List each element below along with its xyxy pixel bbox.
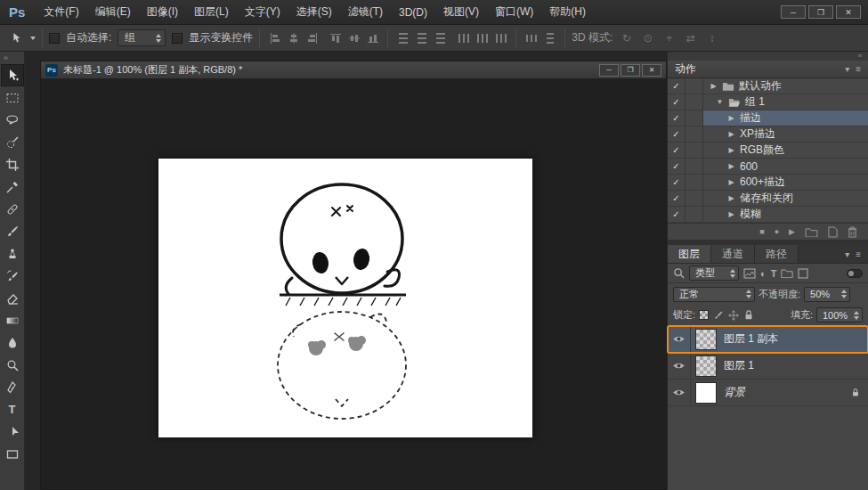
action-check-toggle[interactable]: ✓	[668, 78, 685, 94]
minimize-button[interactable]: ─	[781, 5, 806, 19]
distribute-right-button[interactable]	[492, 29, 509, 46]
menu-layer[interactable]: 图层(L)	[186, 0, 237, 24]
distribute-v-spacing-button[interactable]	[541, 29, 558, 46]
menu-3d[interactable]: 3D(D)	[391, 0, 435, 24]
background-layer-row[interactable]: 背景	[668, 380, 868, 406]
3d-scale-icon[interactable]: ↕	[704, 32, 719, 45]
layer-visibility-toggle[interactable]	[668, 380, 691, 405]
filter-pixel-layers-icon[interactable]	[743, 268, 756, 279]
move-tool[interactable]	[1, 64, 24, 86]
lock-pixels-brush-icon[interactable]	[713, 310, 724, 321]
spot-healing-brush-tool[interactable]	[1, 198, 24, 220]
toolbar-collapse-chevrons[interactable]: »	[0, 52, 8, 64]
new-set-folder-icon[interactable]	[805, 227, 818, 237]
align-middle-v-button[interactable]	[345, 29, 362, 46]
action-dialog-toggle[interactable]	[685, 110, 703, 126]
play-icon[interactable]: ▶	[789, 228, 795, 236]
menu-window[interactable]: 窗口(W)	[487, 0, 541, 24]
align-left-button[interactable]	[266, 29, 283, 46]
3d-roll-icon[interactable]: ⊙	[640, 32, 655, 45]
layer-thumbnail[interactable]	[695, 329, 717, 350]
clone-stamp-tool[interactable]	[1, 242, 24, 265]
action-dialog-toggle[interactable]	[685, 143, 703, 158]
action-set-row[interactable]: ✓ ▶ 默认动作	[668, 78, 868, 94]
brush-tool[interactable]	[1, 220, 24, 242]
action-check-toggle[interactable]: ✓	[668, 127, 685, 142]
action-row[interactable]: ✓ ▶ 模糊	[668, 207, 868, 223]
align-top-button[interactable]	[327, 29, 344, 46]
action-check-toggle[interactable]: ✓	[668, 207, 685, 222]
auto-select-dropdown[interactable]: 组	[118, 29, 166, 46]
distribute-bottom-button[interactable]	[432, 29, 449, 46]
fill-dropdown[interactable]: 100%	[816, 307, 863, 323]
opacity-dropdown[interactable]: 50%	[804, 287, 850, 302]
tab-paths[interactable]: 路径	[755, 245, 799, 263]
path-selection-tool[interactable]	[1, 421, 24, 443]
menu-file[interactable]: 文件(F)	[36, 0, 86, 24]
3d-slide-icon[interactable]: ⇄	[683, 32, 698, 45]
layers-panel-arrow-icon[interactable]: ▾	[845, 249, 849, 259]
layer-row[interactable]: 图层 1	[668, 353, 868, 380]
menu-view[interactable]: 视图(V)	[435, 0, 487, 24]
action-dialog-toggle[interactable]	[685, 207, 703, 222]
menu-edit[interactable]: 编辑(E)	[87, 0, 139, 24]
layer-thumbnail[interactable]	[695, 382, 717, 404]
collapse-triangle-icon[interactable]: ▶	[727, 146, 735, 154]
action-row[interactable]: ✓ ▶ 600+描边	[668, 175, 868, 191]
delete-trash-icon[interactable]	[848, 226, 857, 238]
action-row[interactable]: ✓ ▶ 600	[668, 159, 868, 175]
collapse-triangle-icon[interactable]: ▶	[727, 162, 735, 170]
align-bottom-button[interactable]	[364, 29, 381, 46]
action-row-selected[interactable]: ✓ ▶ 描边	[668, 110, 868, 127]
action-dialog-toggle[interactable]	[685, 94, 703, 110]
action-dialog-toggle[interactable]	[685, 78, 703, 94]
collapse-triangle-icon[interactable]: ▶	[727, 210, 735, 218]
pen-tool[interactable]	[1, 376, 24, 398]
canvas-artwork[interactable]	[158, 159, 532, 437]
layer-row-selected[interactable]: 图层 1 副本	[668, 326, 868, 353]
collapse-triangle-icon[interactable]: ▶	[727, 194, 735, 202]
lock-position-move-icon[interactable]	[728, 310, 739, 321]
auto-select-checkbox[interactable]	[49, 33, 60, 44]
action-dialog-toggle[interactable]	[685, 159, 703, 174]
menu-type[interactable]: 文字(Y)	[237, 0, 288, 24]
action-check-toggle[interactable]: ✓	[668, 94, 685, 110]
quick-selection-tool[interactable]	[1, 131, 24, 153]
shape-tool[interactable]	[1, 443, 24, 465]
show-transform-checkbox[interactable]	[172, 33, 183, 44]
document-restore-button[interactable]: ❐	[621, 64, 640, 77]
document-close-button[interactable]: ✕	[642, 64, 661, 77]
eraser-tool[interactable]	[1, 287, 24, 309]
collapse-triangle-icon[interactable]: ▶	[727, 130, 735, 138]
tab-channels[interactable]: 通道	[711, 245, 755, 263]
filter-smart-object-icon[interactable]	[798, 268, 808, 279]
blend-mode-dropdown[interactable]: 正常	[673, 287, 755, 302]
action-check-toggle[interactable]: ✓	[668, 159, 685, 174]
align-right-button[interactable]	[304, 29, 320, 46]
expand-triangle-icon[interactable]: ▼	[716, 98, 724, 106]
menu-filter[interactable]: 滤镜(T)	[340, 0, 391, 24]
layer-thumbnail[interactable]	[695, 355, 717, 377]
layers-panel-menu-icon[interactable]: ≡	[856, 249, 861, 259]
lock-all-icon[interactable]	[743, 309, 754, 321]
action-check-toggle[interactable]: ✓	[668, 191, 685, 206]
canvas[interactable]	[41, 79, 666, 489]
maximize-button[interactable]: ❐	[808, 5, 833, 19]
actions-panel-arrow-icon[interactable]: ▾	[845, 64, 849, 74]
action-dialog-toggle[interactable]	[685, 191, 703, 206]
filter-type-icon[interactable]: T	[771, 268, 777, 279]
distribute-left-button[interactable]	[455, 29, 472, 46]
layer-visibility-toggle[interactable]	[668, 353, 691, 379]
action-check-toggle[interactable]: ✓	[668, 175, 685, 190]
lock-transparency-icon[interactable]	[699, 310, 709, 320]
action-set-row[interactable]: ✓ ▼ 组 1	[668, 94, 868, 110]
distribute-top-button[interactable]	[394, 29, 411, 46]
menu-image[interactable]: 图像(I)	[139, 0, 186, 24]
dodge-tool[interactable]	[1, 354, 24, 376]
action-row[interactable]: ✓ ▶ XP描边	[668, 127, 868, 143]
tool-preset-arrow[interactable]	[30, 37, 36, 40]
tool-preset-button[interactable]	[7, 29, 24, 46]
document-minimize-button[interactable]: ─	[599, 64, 619, 77]
record-icon[interactable]: ●	[775, 228, 779, 236]
action-check-toggle[interactable]: ✓	[668, 143, 685, 158]
